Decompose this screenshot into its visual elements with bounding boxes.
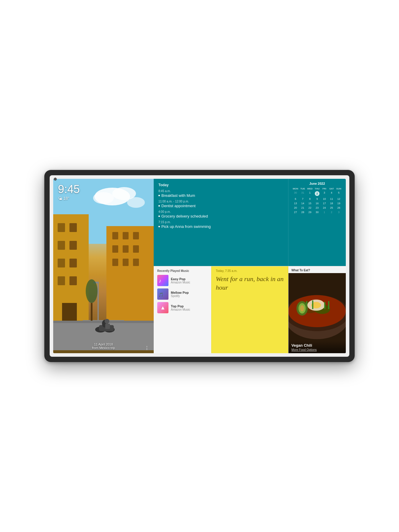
svg-point-3 bbox=[93, 192, 114, 204]
calendar-widget[interactable]: Today 8:45 a.m. Breakfast with Mum 11:00… bbox=[154, 179, 288, 266]
cal-day-1: 1 bbox=[306, 191, 313, 197]
cal-day-7: 7 bbox=[299, 197, 306, 201]
svg-rect-52 bbox=[312, 300, 313, 309]
svg-rect-10 bbox=[69, 241, 77, 250]
svg-rect-14 bbox=[69, 276, 77, 285]
cal-day-3b: 3 bbox=[335, 210, 342, 214]
svg-rect-34 bbox=[105, 324, 110, 329]
food-name-text: Vegan Chili bbox=[291, 343, 343, 348]
cal-day-21: 21 bbox=[299, 206, 306, 210]
svg-rect-25 bbox=[133, 259, 139, 266]
svg-point-57 bbox=[300, 305, 304, 312]
cal-day-1b: 1 bbox=[321, 210, 328, 214]
cal-day-18: 18 bbox=[328, 201, 335, 205]
cal-day-22: 22 bbox=[306, 206, 313, 210]
svg-rect-38 bbox=[91, 303, 93, 321]
svg-rect-7 bbox=[58, 223, 65, 232]
svg-rect-17 bbox=[112, 232, 118, 239]
music-info-top-pop: Top Pop Amazon Music bbox=[171, 304, 190, 311]
food-widget[interactable]: What To Eat? bbox=[288, 266, 346, 353]
cal-header-thu: THU bbox=[314, 187, 320, 190]
temperature-display: 18° bbox=[63, 196, 69, 201]
food-more-options[interactable]: More Food Options bbox=[291, 348, 343, 351]
svg-rect-13 bbox=[58, 276, 65, 285]
cal-day-23: 23 bbox=[314, 206, 320, 210]
svg-rect-12 bbox=[69, 259, 77, 267]
svg-rect-53 bbox=[324, 302, 325, 309]
calendar-event-4: 7:15 p.m. Pick up Anna from swimming bbox=[158, 220, 283, 229]
sticky-note-widget[interactable]: Today, 7:35 a.m. Went for a run, back in… bbox=[211, 266, 288, 353]
event-dot-1 bbox=[158, 195, 160, 196]
cal-day-4: 4 bbox=[328, 191, 335, 197]
cal-day-24: 24 bbox=[321, 206, 328, 210]
photo-section[interactable]: 9:45 🌤 18° 11 April 2018 from Mexico tri… bbox=[53, 179, 154, 353]
cal-header-mon: MON bbox=[292, 187, 299, 190]
svg-rect-11 bbox=[58, 259, 65, 267]
cal-day-19: 19 bbox=[335, 201, 342, 205]
cal-day-27: 27 bbox=[292, 210, 299, 214]
food-name-overlay: Vegan Chili More Food Options bbox=[288, 341, 346, 353]
album-art-top-pop: ▲ bbox=[157, 302, 168, 313]
photo-time-weather: 9:45 🌤 18° bbox=[58, 184, 80, 201]
calendar-title: Today bbox=[158, 183, 283, 187]
cal-day-2b: 2 bbox=[328, 210, 335, 214]
svg-rect-18 bbox=[123, 232, 129, 239]
cal-header-fri: FRI bbox=[321, 187, 328, 190]
camera-icon bbox=[54, 178, 57, 181]
cal-day-30b: 30 bbox=[314, 210, 320, 214]
cal-header-tue: TUE bbox=[299, 187, 306, 190]
cal-day-15: 15 bbox=[306, 201, 313, 205]
cal-day-31: 31 bbox=[299, 191, 306, 197]
track-source-top-pop: Amazon Music bbox=[171, 308, 190, 311]
sticky-note-time: Today, 7:35 a.m. bbox=[216, 269, 284, 273]
music-track-2[interactable]: 🎵 Mellow Pop Spotify bbox=[157, 288, 208, 300]
cal-day-17: 17 bbox=[321, 201, 328, 205]
photo-menu-dots[interactable]: ⋮ bbox=[145, 347, 150, 350]
bottom-widgets-row: Recently Played Music bbox=[154, 266, 346, 353]
music-widget-title: Recently Played Music bbox=[157, 269, 208, 273]
mini-calendar-widget: June 2022 MON TUE WED THU FRI SAT SUN 30 bbox=[288, 179, 346, 266]
weather-display: 🌤 18° bbox=[58, 196, 80, 201]
device-screen: 9:45 🌤 18° 11 April 2018 from Mexico tri… bbox=[53, 179, 346, 353]
food-widget-title: What To Eat? bbox=[288, 266, 346, 273]
weather-icon: 🌤 bbox=[58, 196, 62, 201]
cal-header-sat: SAT bbox=[328, 187, 335, 190]
event-time-1: 8:45 a.m. bbox=[158, 189, 283, 193]
svg-rect-23 bbox=[112, 259, 118, 266]
event-name-1: Breakfast with Mum bbox=[158, 193, 283, 198]
svg-text:♪: ♪ bbox=[159, 278, 161, 284]
mini-calendar-grid: MON TUE WED THU FRI SAT SUN 30 31 1 2 bbox=[292, 187, 342, 214]
music-info-mellow-pop: Mellow Pop Spotify bbox=[171, 291, 189, 298]
track-source-easy-pop: Amazon Music bbox=[171, 281, 190, 284]
calendar-event-2: 11:00 a.m. - 12:00 p.m. Dentist appointm… bbox=[158, 200, 283, 208]
music-track-3[interactable]: ▲ Top Pop Amazon Music bbox=[157, 302, 208, 313]
play-arrow-icon: ▲ bbox=[160, 305, 166, 311]
album-art-easy-pop: ♪ bbox=[157, 275, 168, 286]
track-name-easy-pop: Easy Pop bbox=[171, 277, 190, 281]
event-time-3: 4:00 p.m. bbox=[158, 210, 283, 213]
cal-day-16: 16 bbox=[314, 201, 320, 205]
cal-day-11: 11 bbox=[328, 197, 335, 201]
cal-day-5: 5 bbox=[335, 191, 342, 197]
event-name-3: Grocery delivery scheduled bbox=[158, 214, 283, 218]
top-widgets-row: Today 8:45 a.m. Breakfast with Mum 11:00… bbox=[154, 179, 346, 266]
album-art-mellow-pop: 🎵 bbox=[157, 288, 168, 300]
music-info-easy-pop: Easy Pop Amazon Music bbox=[171, 277, 190, 284]
track-name-top-pop: Top Pop bbox=[171, 304, 190, 308]
sticky-note-text: Went for a run, back in an hour bbox=[216, 275, 284, 292]
event-dot-2 bbox=[158, 205, 160, 207]
cal-day-20: 20 bbox=[292, 206, 299, 210]
cal-day-28: 28 bbox=[299, 210, 306, 214]
svg-rect-8 bbox=[69, 223, 77, 232]
music-track-1[interactable]: ♪ Easy Pop Amazon Music bbox=[157, 275, 208, 286]
cal-day-26: 26 bbox=[335, 206, 342, 210]
svg-rect-15 bbox=[62, 303, 77, 324]
svg-point-33 bbox=[105, 319, 109, 324]
cal-day-13: 13 bbox=[292, 201, 299, 205]
event-dot-3 bbox=[158, 215, 160, 217]
amazon-echo-show-device: 9:45 🌤 18° 11 April 2018 from Mexico tri… bbox=[44, 170, 355, 362]
music-widget[interactable]: Recently Played Music bbox=[154, 266, 211, 353]
cal-day-12: 12 bbox=[335, 197, 342, 201]
cal-day-2-today: 2 bbox=[314, 191, 320, 197]
cal-day-30: 30 bbox=[292, 191, 299, 197]
